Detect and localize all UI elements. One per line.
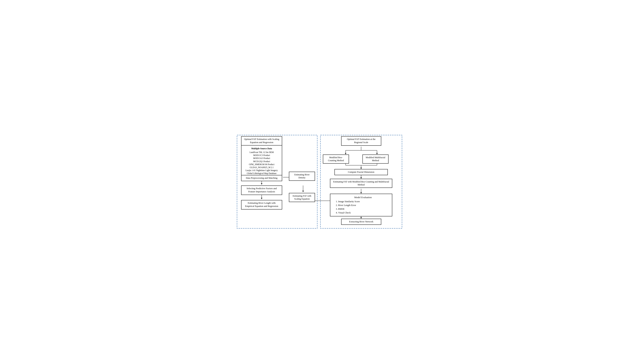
svg-marker-26 [360, 192, 362, 194]
model-evaluation-box: Model Evaluation Image Similarity Score … [330, 194, 392, 216]
svg-marker-28 [360, 217, 362, 219]
data-item-7: Luojia 1-01 Nighttime Light Imagery [243, 169, 280, 172]
multiple-source-title: Multiple-Source Data [243, 147, 280, 150]
svg-marker-3 [261, 183, 262, 185]
data-item-2: MOD11C3 Product [243, 154, 280, 157]
estimating-fat-modified-box: Estimating FAT with Modified Box-Countin… [330, 179, 392, 188]
data-item-5: GPM_3IMERGM 06 Product [243, 163, 280, 166]
data-item-1: LandScan TM; 12.5m DEM [243, 151, 280, 154]
svg-marker-5 [261, 198, 262, 199]
estimating-fat-scaling-box: Estimating FAT with Scaling Equation [289, 193, 315, 202]
svg-marker-22 [360, 168, 362, 169]
data-item-8: Global Lithological Map Database [243, 172, 280, 175]
svg-marker-9 [302, 191, 304, 192]
data-item-3: MOD13A3 Product [243, 157, 280, 160]
modified-box-counting-box: Modified Box-Counting Method [323, 154, 349, 164]
svg-marker-24 [360, 177, 362, 179]
selecting-predictive-box: Selecting Predictive Factors and Feature… [241, 186, 282, 195]
eval-item-3: RMSE [338, 207, 390, 211]
svg-marker-17 [376, 153, 378, 154]
eval-item-2: River Length Error [338, 203, 390, 207]
estimating-river-density-box: Estimating River Density [289, 172, 315, 181]
data-item-6: GLDAS_NOAH025_M 2.1 [243, 166, 280, 169]
eval-item-1: Image Similarity Score [338, 200, 390, 203]
data-item-4: MCD12Q1 Product [243, 160, 280, 163]
diagram-container: Optimal FAT Estimation with Scaling Equa… [236, 134, 404, 230]
extracting-river-network-box: Extracting River Network [341, 219, 381, 225]
model-eval-title: Model Evaluation [336, 196, 390, 200]
data-preprocessing-box: Data Preprocessing and Matching [241, 175, 282, 181]
model-eval-list: Image Similarity Score River Length Erro… [338, 200, 390, 214]
left-panel-title-box: Optimal FAT Estimation with Scaling Equa… [241, 136, 282, 146]
modified-multifractal-box: Modified Multifractal Method [362, 154, 388, 164]
svg-marker-15 [345, 153, 346, 154]
estimating-river-length-box: Estimating River Length with Empirical E… [241, 200, 282, 210]
multiple-source-data-box: Multiple-Source Data LandScan TM; 12.5m … [241, 145, 282, 180]
right-panel-title-box: Optimal FAT Estimation at the Regional S… [341, 136, 381, 146]
eval-item-4: Visual Check [338, 211, 390, 214]
compute-fractal-box: Compute Fractal Dimension [334, 169, 388, 176]
